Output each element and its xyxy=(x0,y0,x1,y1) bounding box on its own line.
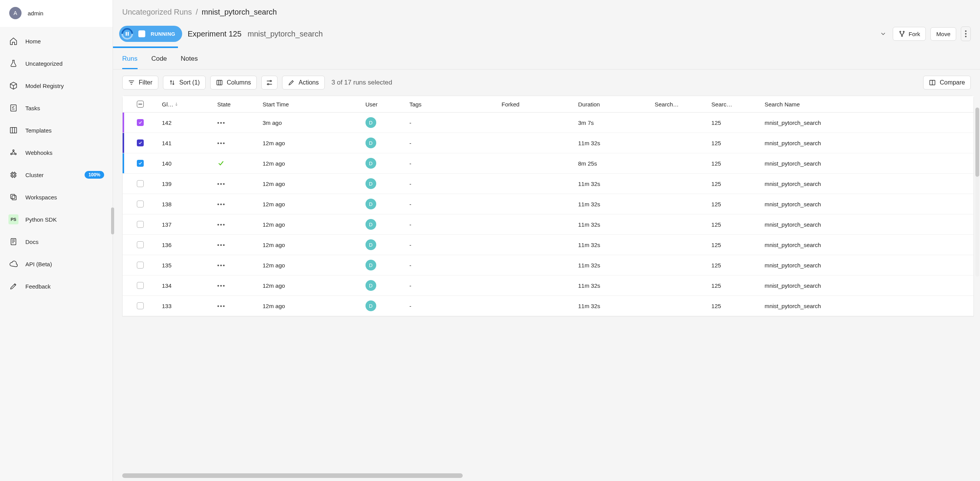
cell-state[interactable]: ••• xyxy=(213,174,259,194)
row-checkbox[interactable] xyxy=(137,201,144,207)
more-menu-button[interactable] xyxy=(961,27,971,41)
sidebar-item-python-sdk[interactable]: PS Python SDK xyxy=(0,208,113,231)
cell-searcher xyxy=(651,296,708,316)
sort-button[interactable]: Sort (1) xyxy=(163,76,206,90)
col-forked[interactable]: Forked xyxy=(498,96,574,113)
cell-state[interactable] xyxy=(213,153,259,174)
table-row[interactable]: 135•••12m agoD-11m 32s125mnist_pytorch_s… xyxy=(123,255,973,275)
cell-global: 133 xyxy=(158,296,213,316)
sidebar-item-home[interactable]: Home xyxy=(0,30,113,52)
col-tags[interactable]: Tags xyxy=(405,96,498,113)
col-duration[interactable]: Duration xyxy=(574,96,651,113)
cell-search-id: 125 xyxy=(708,235,761,255)
vertical-scroll-thumb[interactable] xyxy=(975,108,979,177)
cell-state[interactable]: ••• xyxy=(213,133,259,153)
row-checkbox[interactable] xyxy=(137,241,144,248)
table-row[interactable]: 138•••12m agoD-11m 32s125mnist_pytorch_s… xyxy=(123,194,973,214)
col-global[interactable]: Gl… xyxy=(158,96,213,113)
table-row[interactable]: 141•••12m agoD-11m 32s125mnist_pytorch_s… xyxy=(123,133,973,153)
cell-searcher xyxy=(651,133,708,153)
more-horizontal-icon[interactable]: ••• xyxy=(217,262,226,269)
more-horizontal-icon[interactable]: ••• xyxy=(217,119,226,126)
col-search-name[interactable]: Search Name xyxy=(761,96,973,113)
sidebar-label-workspaces: Workspaces xyxy=(25,194,57,201)
cell-global: 142 xyxy=(158,113,213,133)
cell-state[interactable]: ••• xyxy=(213,214,259,235)
svg-point-17 xyxy=(965,36,967,37)
row-checkbox[interactable] xyxy=(137,262,144,269)
move-button[interactable]: Move xyxy=(930,27,956,41)
horizontal-scrollbar[interactable] xyxy=(122,473,974,478)
sidebar-label-python-sdk: Python SDK xyxy=(25,216,57,223)
cell-state[interactable]: ••• xyxy=(213,296,259,316)
more-horizontal-icon[interactable]: ••• xyxy=(217,242,226,248)
cell-state[interactable]: ••• xyxy=(213,235,259,255)
filter-button[interactable]: Filter xyxy=(122,76,158,90)
row-checkbox[interactable] xyxy=(137,139,144,146)
col-searcher[interactable]: Search… xyxy=(651,96,708,113)
row-checkbox[interactable] xyxy=(137,160,144,167)
sidebar-item-feedback[interactable]: Feedback xyxy=(0,275,113,297)
tab-runs[interactable]: Runs xyxy=(122,55,138,69)
cell-search-id: 125 xyxy=(708,113,761,133)
pencil-icon xyxy=(8,281,18,291)
cell-state[interactable]: ••• xyxy=(213,194,259,214)
pause-icon[interactable] xyxy=(125,32,130,36)
columns-button[interactable]: Columns xyxy=(210,76,257,90)
sidebar-item-tasks[interactable]: Tasks xyxy=(0,97,113,119)
row-checkbox[interactable] xyxy=(137,119,144,126)
header-checkbox[interactable] xyxy=(137,101,144,108)
breadcrumb-parent[interactable]: Uncategorized Runs xyxy=(122,8,192,17)
actions-button[interactable]: Actions xyxy=(282,76,324,90)
tabs: Runs Code Notes xyxy=(113,48,980,70)
vertical-scrollbar[interactable] xyxy=(975,108,979,277)
settings-button[interactable] xyxy=(261,76,277,90)
collapse-toggle[interactable] xyxy=(878,29,888,39)
sidebar-item-templates[interactable]: Templates xyxy=(0,119,113,141)
svg-point-15 xyxy=(965,30,967,32)
more-horizontal-icon[interactable]: ••• xyxy=(217,282,226,289)
cell-start-time: 12m ago xyxy=(259,174,362,194)
row-checkbox[interactable] xyxy=(137,302,144,309)
cell-state[interactable]: ••• xyxy=(213,275,259,296)
sidebar-item-uncategorized[interactable]: Uncategorized xyxy=(0,52,113,75)
table-row[interactable]: 139•••12m agoD-11m 32s125mnist_pytorch_s… xyxy=(123,174,973,194)
more-horizontal-icon[interactable]: ••• xyxy=(217,221,226,228)
fork-button[interactable]: Fork xyxy=(893,27,926,41)
sidebar-item-docs[interactable]: Docs xyxy=(0,231,113,253)
svg-rect-5 xyxy=(12,173,16,177)
cell-state[interactable]: ••• xyxy=(213,255,259,275)
more-horizontal-icon[interactable]: ••• xyxy=(217,201,226,207)
selection-count: 3 of 17 runs selected xyxy=(332,79,392,86)
stop-button[interactable] xyxy=(138,30,145,37)
sidebar-item-model-registry[interactable]: Model Registry xyxy=(0,75,113,97)
cell-search-name: mnist_pytorch_search xyxy=(761,235,973,255)
horizontal-scroll-thumb[interactable] xyxy=(122,473,463,478)
tab-code[interactable]: Code xyxy=(151,55,167,69)
more-horizontal-icon[interactable]: ••• xyxy=(217,181,226,187)
sidebar-item-webhooks[interactable]: Webhooks xyxy=(0,141,113,164)
table-row[interactable]: 137•••12m agoD-11m 32s125mnist_pytorch_s… xyxy=(123,214,973,235)
table-row[interactable]: 14012m agoD-8m 25s125mnist_pytorch_searc… xyxy=(123,153,973,174)
sidebar-item-workspaces[interactable]: Workspaces xyxy=(0,186,113,208)
more-horizontal-icon[interactable]: ••• xyxy=(217,140,226,146)
compare-button[interactable]: Compare xyxy=(923,76,971,90)
tab-notes[interactable]: Notes xyxy=(181,55,198,69)
table-row[interactable]: 136•••12m agoD-11m 32s125mnist_pytorch_s… xyxy=(123,235,973,255)
cell-searcher xyxy=(651,235,708,255)
col-search-id[interactable]: Searc… xyxy=(708,96,761,113)
sidebar-user[interactable]: A admin xyxy=(0,0,113,27)
cell-state[interactable]: ••• xyxy=(213,113,259,133)
sidebar-item-api[interactable]: API (Beta) xyxy=(0,253,113,275)
row-checkbox[interactable] xyxy=(137,221,144,228)
col-state[interactable]: State xyxy=(213,96,259,113)
row-checkbox[interactable] xyxy=(137,180,144,187)
row-checkbox[interactable] xyxy=(137,282,144,289)
table-row[interactable]: 134•••12m agoD-11m 32s125mnist_pytorch_s… xyxy=(123,275,973,296)
table-row[interactable]: 133•••12m agoD-11m 32s125mnist_pytorch_s… xyxy=(123,296,973,316)
sidebar-item-cluster[interactable]: Cluster 100% xyxy=(0,164,113,186)
col-start[interactable]: Start Time xyxy=(259,96,362,113)
table-row[interactable]: 142•••3m agoD-3m 7s125mnist_pytorch_sear… xyxy=(123,113,973,133)
more-horizontal-icon[interactable]: ••• xyxy=(217,303,226,309)
col-user[interactable]: User xyxy=(362,96,405,113)
